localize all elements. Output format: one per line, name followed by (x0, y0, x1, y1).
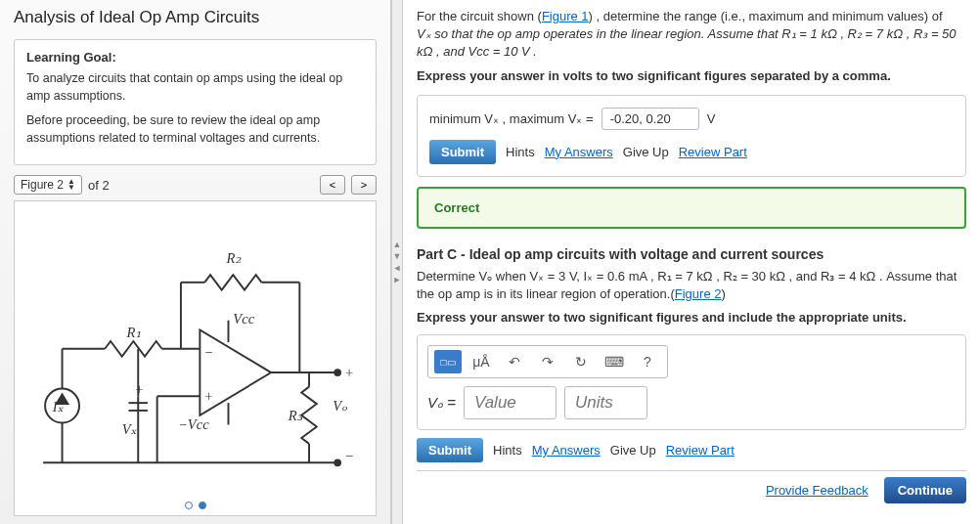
svg-text:+: + (135, 381, 143, 397)
svg-text:R₃: R₃ (288, 408, 304, 423)
answer-box-a: minimum Vₓ , maximum Vₓ = -0.20, 0.20 V … (417, 95, 966, 177)
figure-pagination-dots (185, 502, 206, 509)
undo-button[interactable]: ↶ (501, 350, 528, 373)
keyboard-button[interactable]: ⌨ (601, 350, 628, 373)
fraction-tool-icon[interactable]: □▭ (434, 350, 462, 373)
part-c-title: Part C - Ideal op amp circuits with volt… (417, 246, 966, 262)
figure-next-button[interactable]: > (351, 175, 377, 195)
units-picker-button[interactable]: μÅ (468, 350, 495, 373)
svg-point-21 (334, 370, 340, 375)
svg-text:Iₓ: Iₓ (52, 399, 65, 415)
svg-text:Vₓ: Vₓ (122, 421, 138, 437)
hints-text-c[interactable]: Hints (493, 443, 522, 458)
help-button[interactable]: ? (634, 350, 661, 373)
figure-2-link[interactable]: Figure 2 (675, 286, 722, 301)
svg-text:R₁: R₁ (126, 325, 142, 340)
svg-text:Vcc: Vcc (233, 311, 254, 327)
continue-button[interactable]: Continue (884, 477, 966, 503)
give-up-link-a[interactable]: Give Up (623, 145, 669, 159)
svg-text:−Vcc: −Vcc (178, 416, 209, 432)
correct-feedback: Correct (417, 187, 966, 229)
svg-point-22 (334, 459, 340, 465)
goal-para-2: Before proceeding, be sure to review the… (26, 112, 364, 147)
my-answers-link-c[interactable]: My Answers (532, 443, 601, 458)
chevron-left-icon: ◄ (393, 263, 402, 273)
svg-text:R₂: R₂ (226, 250, 243, 266)
answer-a-value: -0.20, 0.20 (601, 108, 699, 130)
svg-text:−: − (204, 344, 212, 360)
chevron-down-icon[interactable]: ▼ (67, 185, 75, 191)
page-dot-1[interactable] (185, 502, 193, 509)
learning-goal-box: Learning Goal: To analyze circuits that … (14, 39, 377, 165)
part-c-text: Determine Vₒ when Vₓ = 3 V, Iₓ = 0.6 mA … (417, 268, 966, 303)
goal-para-1: To analyze circuits that contain op amps… (26, 70, 364, 105)
svg-text:−: − (345, 448, 353, 463)
figure-prev-button[interactable]: < (320, 175, 345, 195)
units-input[interactable] (564, 386, 647, 419)
figure-stepper[interactable]: ▲ ▼ (67, 179, 75, 191)
figure-label: Figure 2 (21, 178, 64, 192)
figure-selector[interactable]: Figure 2 ▲ ▼ (14, 175, 82, 195)
hints-text-a[interactable]: Hints (506, 145, 535, 159)
svg-text:+: + (345, 365, 353, 380)
give-up-link-c[interactable]: Give Up (610, 443, 656, 458)
vo-label: Vₒ = (427, 394, 456, 412)
page-title: Analysis of Ideal Op Amp Circuits (14, 8, 377, 27)
goal-heading: Learning Goal: (26, 50, 364, 65)
chevron-down-icon: ▼ (393, 251, 402, 261)
express-instruction-a: Express your answer in volts to two sign… (417, 67, 966, 85)
answer-box-c: □▭ μÅ ↶ ↷ ↻ ⌨ ? Vₒ = (417, 334, 966, 430)
redo-button[interactable]: ↷ (534, 350, 561, 373)
svg-text:+: + (204, 388, 212, 404)
value-input[interactable] (464, 386, 557, 419)
circuit-diagram: Iₓ R₁ R₂ R₃ Vₓ Vₒ Vcc −Vcc − + + + − (15, 201, 376, 515)
panel-resize-handle[interactable]: ▲ ▼ ◄ ► (391, 0, 403, 524)
svg-text:Vₒ: Vₒ (333, 398, 347, 414)
answer-toolbar: □▭ μÅ ↶ ↷ ↻ ⌨ ? (427, 345, 668, 378)
chevron-right-icon: ► (393, 275, 402, 284)
review-part-link-a[interactable]: Review Part (679, 145, 747, 159)
figure-1-link[interactable]: Figure 1 (542, 9, 589, 23)
submit-button-a[interactable]: Submit (429, 140, 496, 164)
submit-button-c[interactable]: Submit (417, 438, 483, 462)
chevron-up-icon: ▲ (393, 240, 402, 249)
my-answers-link-a[interactable]: My Answers (545, 145, 613, 159)
page-dot-2[interactable] (199, 502, 206, 509)
figure-canvas: Iₓ R₁ R₂ R₃ Vₓ Vₒ Vcc −Vcc − + + + − (14, 200, 377, 516)
answer-a-units: V (707, 111, 716, 126)
figure-of-text: of 2 (88, 178, 110, 193)
provide-feedback-link[interactable]: Provide Feedback (766, 483, 869, 498)
express-instruction-c: Express your answer to two significant f… (417, 309, 966, 327)
review-part-link-c[interactable]: Review Part (666, 443, 735, 458)
part-b-text: For the circuit shown (Figure 1) , deter… (417, 8, 966, 62)
answer-a-label: minimum Vₓ , maximum Vₓ = (429, 111, 594, 126)
reset-button[interactable]: ↻ (567, 350, 595, 373)
